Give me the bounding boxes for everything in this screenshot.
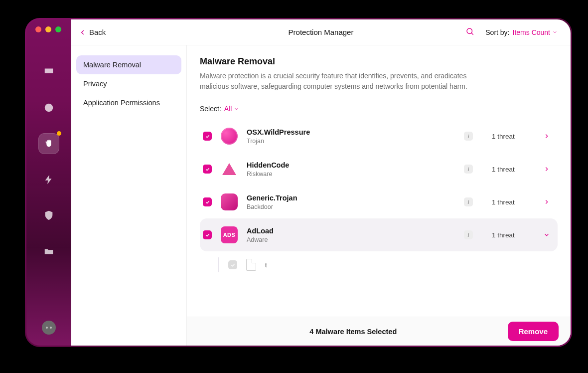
info-icon[interactable]: i [464,197,473,206]
row-checkbox[interactable] [203,165,212,174]
app-sidebar [26,19,71,346]
threat-count: 1 threat [492,198,532,206]
svg-point-2 [50,107,51,108]
threat-row[interactable]: ADSAdLoadAdwarei1 threat [200,218,558,251]
info-icon[interactable]: i [464,132,473,141]
monitor-icon [43,66,54,77]
chevron-left-icon [79,29,86,36]
row-checkbox[interactable] [203,132,212,141]
threat-row[interactable]: HiddenCodeRiskwarei1 threat [200,153,558,186]
minimize-window-icon[interactable] [45,26,51,32]
sidebar-item-apps[interactable] [38,205,59,226]
hand-icon [43,138,54,149]
footer: 4 Malware Items Selected Remove [187,317,571,346]
threat-row[interactable]: Generic.TrojanBackdoori1 threat [200,186,558,218]
category-item[interactable]: Privacy [76,74,181,93]
sort-label: Sort by: [485,28,509,36]
row-checkbox[interactable] [203,230,212,239]
threat-name: OSX.WildPressure [247,128,310,136]
file-icon [246,259,256,271]
svg-point-1 [47,107,48,108]
row-checkbox[interactable] [228,260,237,269]
select-value: All [224,105,232,113]
threat-count: 1 threat [492,231,532,239]
sidebar-item-protection[interactable] [38,133,59,154]
sidebar-item-speed[interactable] [38,169,59,190]
threat-name: Generic.Trojan [247,194,297,202]
chevron-down-icon [234,106,239,112]
clock-icon [221,128,238,145]
threat-count: 1 threat [492,166,532,173]
sidebar-item-dashboard[interactable] [38,61,59,82]
warning-triangle-icon [221,161,238,178]
category-list: Malware RemovalPrivacyApplication Permis… [71,45,187,346]
threat-kind: Trojan [247,138,310,145]
topbar: Back Protection Manager Sort by: Items C… [71,19,571,45]
threat-kind: Backdoor [247,203,297,210]
sort-value: Items Count [513,28,550,36]
svg-point-3 [467,28,472,34]
remove-button[interactable]: Remove [508,322,559,341]
select-label: Select: [200,105,221,113]
threat-kind: Riskware [247,171,289,178]
bolt-icon [43,174,54,185]
info-icon[interactable]: i [464,230,473,239]
search-button[interactable] [465,27,474,38]
section-heading: Malware Removal [200,56,558,67]
chevron-down-icon [552,29,558,35]
threat-child-row[interactable]: t [200,251,558,278]
section-description: Malware protection is a crucial security… [200,71,469,92]
threat-kind: Adware [247,236,274,243]
selection-status: 4 Malware Items Selected [199,328,508,336]
expand-toggle[interactable] [541,133,553,140]
info-icon[interactable]: i [464,165,473,174]
category-item[interactable]: Malware Removal [76,55,181,74]
threat-name: HiddenCode [247,161,289,169]
threat-row[interactable]: OSX.WildPressureTrojani1 threat [200,120,558,153]
expand-toggle[interactable] [541,166,553,173]
window-traffic-lights[interactable] [26,26,61,32]
sidebar-item-files[interactable] [38,241,59,262]
select-control[interactable]: Select: All [200,105,558,113]
account-icon[interactable] [42,321,56,335]
zoom-window-icon[interactable] [55,26,61,32]
threat-name: AdLoad [247,227,274,235]
file-name: t [265,261,267,269]
search-icon [465,27,474,36]
page-title: Protection Manager [289,28,354,36]
face-icon [43,102,54,113]
sort-control[interactable]: Sort by: Items Count [485,28,558,36]
shield-icon [43,210,54,221]
content-area: Back Protection Manager Sort by: Items C… [71,19,571,346]
expand-toggle[interactable] [541,198,553,205]
threat-count: 1 threat [492,133,532,140]
row-checkbox[interactable] [203,197,212,206]
category-item[interactable]: Application Permissions [76,93,181,112]
ads-icon: ADS [221,226,238,243]
door-icon [221,193,238,210]
back-label: Back [89,28,106,36]
back-button[interactable]: Back [79,28,106,36]
svg-line-4 [471,33,473,35]
svg-point-0 [45,104,53,112]
expand-toggle[interactable] [541,231,553,238]
tree-line [218,257,219,272]
close-window-icon[interactable] [35,26,41,32]
sidebar-item-cleanup[interactable] [38,97,59,118]
folder-icon [43,246,54,257]
